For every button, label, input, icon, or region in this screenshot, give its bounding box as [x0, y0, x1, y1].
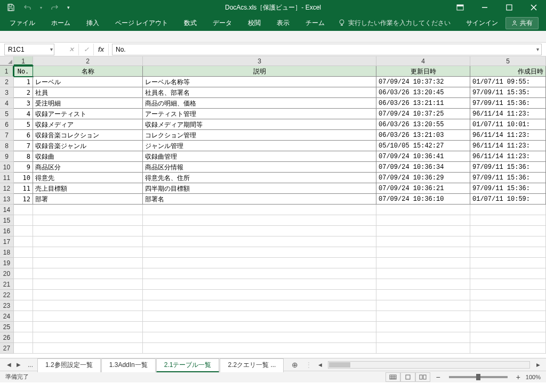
- header-cell-updated[interactable]: 更新日時: [376, 66, 470, 77]
- cell[interactable]: [33, 279, 143, 290]
- cell[interactable]: [470, 343, 546, 354]
- cell-desc[interactable]: 収録メディア期間等: [143, 119, 376, 130]
- cell[interactable]: [470, 215, 546, 226]
- tab-nav-next-icon[interactable]: ▶: [14, 362, 23, 368]
- cell[interactable]: [470, 247, 546, 258]
- cell-updated[interactable]: 06/03/26 13:21:11: [376, 98, 470, 109]
- cell[interactable]: [33, 247, 143, 258]
- cell-name[interactable]: 部署: [33, 194, 143, 205]
- header-cell-desc[interactable]: 説明: [143, 66, 376, 77]
- cell[interactable]: [14, 279, 33, 290]
- cell[interactable]: [143, 226, 376, 236]
- cell[interactable]: [376, 343, 470, 354]
- row-header[interactable]: 18: [0, 247, 14, 258]
- cell[interactable]: [470, 279, 546, 290]
- row-header[interactable]: 19: [0, 258, 14, 268]
- page-layout-view-icon[interactable]: [400, 372, 415, 382]
- cell-desc[interactable]: レーベル名称等: [143, 77, 376, 87]
- cell[interactable]: [470, 290, 546, 300]
- cell-updated[interactable]: 07/09/24 10:36:41: [376, 151, 470, 162]
- cell[interactable]: [33, 311, 143, 322]
- chevron-down-icon[interactable]: ▾: [50, 46, 53, 52]
- cell[interactable]: [14, 311, 33, 322]
- cell-no[interactable]: 11: [14, 183, 33, 194]
- sheet-tab[interactable]: 2.2クエリ一覧 ...: [220, 358, 284, 372]
- cell-no[interactable]: 10: [14, 173, 33, 183]
- undo-dropdown-icon[interactable]: ▾: [37, 5, 45, 10]
- col-header[interactable]: 1: [14, 56, 33, 66]
- spreadsheet-grid[interactable]: 1 2 3 4 5 1 No. 名称 説明 更新日時 作成日時2 1 レーベル …: [0, 56, 546, 358]
- cell-name[interactable]: 収録アーティスト: [33, 109, 143, 119]
- cell[interactable]: [376, 268, 470, 279]
- cell[interactable]: [143, 279, 376, 290]
- cell-name[interactable]: 収録曲: [33, 151, 143, 162]
- cell[interactable]: [376, 279, 470, 290]
- cell-created[interactable]: 96/11/14 11:23:: [470, 141, 546, 151]
- tab-data[interactable]: データ: [205, 15, 239, 31]
- cell-updated[interactable]: 07/09/24 10:36:29: [376, 173, 470, 183]
- cell[interactable]: [376, 205, 470, 215]
- cell-name[interactable]: レーベル: [33, 77, 143, 87]
- cell[interactable]: [14, 226, 33, 236]
- cell[interactable]: [376, 290, 470, 300]
- cell[interactable]: [470, 205, 546, 215]
- row-header[interactable]: 5: [0, 109, 14, 119]
- row-header[interactable]: 27: [0, 343, 14, 354]
- hscroll-left-icon[interactable]: ◀: [316, 361, 324, 369]
- tab-review[interactable]: 校閲: [240, 15, 268, 31]
- cell-name[interactable]: 売上目標額: [33, 183, 143, 194]
- cell[interactable]: [33, 322, 143, 332]
- cell[interactable]: [143, 343, 376, 354]
- row-header[interactable]: 3: [0, 87, 14, 98]
- col-header[interactable]: 2: [33, 56, 143, 66]
- cell-no[interactable]: 1: [14, 77, 33, 87]
- cell-created[interactable]: 97/09/11 15:36:: [470, 173, 546, 183]
- cell-name[interactable]: 収録メディア: [33, 119, 143, 130]
- hscroll-right-icon[interactable]: ▶: [534, 361, 542, 369]
- cell[interactable]: [14, 300, 33, 311]
- cell[interactable]: [143, 268, 376, 279]
- zoom-in-icon[interactable]: +: [516, 373, 520, 381]
- row-header[interactable]: 21: [0, 279, 14, 290]
- cell[interactable]: [143, 300, 376, 311]
- cell-no[interactable]: 12: [14, 194, 33, 205]
- cell[interactable]: [33, 290, 143, 300]
- row-header[interactable]: 25: [0, 322, 14, 332]
- row-header[interactable]: 12: [0, 183, 14, 194]
- cell[interactable]: [376, 247, 470, 258]
- cell[interactable]: [14, 268, 33, 279]
- cell[interactable]: [376, 300, 470, 311]
- row-header[interactable]: 17: [0, 236, 14, 247]
- cell-desc[interactable]: 四半期の目標額: [143, 183, 376, 194]
- tab-home[interactable]: ホーム: [44, 15, 78, 31]
- row-header[interactable]: 22: [0, 290, 14, 300]
- row-header[interactable]: 20: [0, 268, 14, 279]
- zoom-out-icon[interactable]: −: [436, 373, 440, 381]
- sheet-tab[interactable]: 2.1テーブル一覧: [156, 358, 220, 372]
- cell-no[interactable]: 8: [14, 151, 33, 162]
- cell-created[interactable]: 97/09/11 15:36:: [470, 162, 546, 173]
- enter-formula-icon[interactable]: ✓: [79, 44, 94, 55]
- cell[interactable]: [470, 300, 546, 311]
- cell-updated[interactable]: 06/03/26 13:20:55: [376, 119, 470, 130]
- cell[interactable]: [376, 322, 470, 332]
- row-header[interactable]: 23: [0, 300, 14, 311]
- cell-desc[interactable]: 社員名、部署名: [143, 87, 376, 98]
- header-cell-no[interactable]: No.: [14, 66, 33, 77]
- cell-created[interactable]: 96/11/14 11:23:: [470, 151, 546, 162]
- maximize-icon[interactable]: [497, 0, 521, 15]
- sheet-tab[interactable]: 1.3AddIn一覧: [101, 358, 156, 372]
- cell[interactable]: [143, 205, 376, 215]
- cell[interactable]: [376, 311, 470, 322]
- col-header[interactable]: 4: [376, 56, 470, 66]
- cancel-formula-icon[interactable]: ✕: [64, 44, 79, 55]
- row-header[interactable]: 26: [0, 332, 14, 343]
- normal-view-icon[interactable]: [386, 372, 400, 382]
- cell-name[interactable]: 受注明細: [33, 98, 143, 109]
- cell[interactable]: [143, 236, 376, 247]
- row-header[interactable]: 11: [0, 173, 14, 183]
- zoom-slider[interactable]: [449, 376, 508, 378]
- cell[interactable]: [14, 236, 33, 247]
- cell-no[interactable]: 3: [14, 98, 33, 109]
- cell-desc[interactable]: アーティスト管理: [143, 109, 376, 119]
